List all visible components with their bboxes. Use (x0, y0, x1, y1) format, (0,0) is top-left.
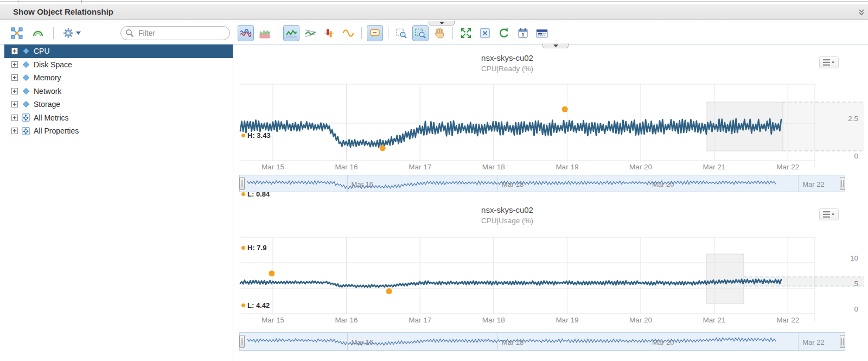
settings-gear-button[interactable] (61, 25, 82, 41)
remove-chart-button[interactable] (477, 25, 493, 41)
chart-navigator[interactable]: Mar 16Mar 18Mar 20Mar 22 (239, 332, 845, 351)
split-charts-button[interactable] (238, 25, 254, 41)
tree-item-label: Network (34, 87, 61, 96)
chevron-double-icon[interactable] (858, 8, 865, 18)
tree-item-storage[interactable]: Storage (4, 98, 233, 111)
dynamic-threshold-button[interactable] (340, 25, 356, 41)
tree-item-disk-space[interactable]: Disk Space (4, 58, 233, 72)
trend-line-button[interactable] (302, 25, 318, 41)
tree-item-label: Storage (34, 100, 60, 109)
navigator-handle-right[interactable] (840, 177, 845, 190)
svg-text:Mar 21: Mar 21 (703, 163, 726, 171)
svg-text:Mar 19: Mar 19 (556, 316, 578, 324)
data-line-button[interactable] (283, 25, 299, 41)
arc-overview-button[interactable] (30, 25, 46, 41)
filter-input[interactable] (137, 28, 238, 38)
collapse-handle-top[interactable] (429, 21, 455, 26)
svg-text:Mar 18: Mar 18 (482, 316, 505, 324)
search-icon (125, 29, 134, 37)
navigator-tick-label: Mar 18 (502, 180, 524, 188)
pan-icon (433, 27, 445, 39)
anomalies-button[interactable] (321, 25, 337, 41)
toolbar-separator (361, 27, 362, 39)
data-line-icon (285, 27, 297, 39)
expander-plus-icon[interactable] (11, 48, 18, 54)
relationship-tree: CPUDisk SpaceMemoryNetworkStorageAll Met… (0, 45, 233, 361)
navigator-handle-right[interactable] (840, 335, 845, 348)
zoom-view-button[interactable] (412, 25, 429, 41)
collapse-caret-icon (439, 22, 444, 24)
svg-text:Mar 20: Mar 20 (629, 163, 652, 171)
tree-item-cpu[interactable]: CPU (4, 45, 233, 58)
navigator-tick-label: Mar 22 (802, 180, 824, 188)
caret-down-icon (76, 31, 81, 35)
background-tab-edge (81, 0, 82, 3)
tree-item-network[interactable]: Network (4, 85, 233, 98)
navigator-tick-line (497, 333, 498, 350)
relationship-map-button[interactable] (9, 25, 25, 41)
navigator-tick-line (347, 333, 348, 350)
toolbar-separator (53, 27, 54, 39)
navigator-tick-line (347, 175, 348, 192)
navigator-series (240, 333, 846, 351)
svg-text:Mar 17: Mar 17 (409, 163, 431, 171)
svg-text:Mar 16: Mar 16 (335, 316, 358, 324)
stacked-chart-button[interactable] (257, 25, 273, 41)
remove-chart-icon (479, 27, 491, 39)
date-range-button[interactable] (534, 25, 550, 41)
svg-text:10: 10 (850, 254, 858, 262)
svg-text:Mar 21: Mar 21 (703, 316, 726, 324)
relationship-map-icon (10, 27, 23, 40)
diamond-icon (22, 60, 30, 68)
settings-gear-icon (62, 27, 74, 39)
toolbar-separator (452, 27, 453, 39)
tree-item-all-metrics[interactable]: All Metrics (4, 111, 233, 125)
refresh-button[interactable] (496, 25, 512, 41)
diamond-icon (22, 100, 30, 109)
toolbar-separator (278, 27, 278, 39)
navigator-handle-left[interactable] (239, 335, 245, 348)
tree-item-label: Memory (34, 73, 61, 82)
navigator-tick-label: Mar 22 (802, 338, 824, 346)
navigator-handle-left[interactable] (239, 177, 245, 190)
expander-plus-icon[interactable] (11, 115, 18, 121)
zoom-selection-icon (395, 27, 407, 39)
background-edge-line (0, 1, 868, 2)
expander-plus-icon[interactable] (11, 101, 18, 107)
svg-text:Mar 18: Mar 18 (482, 163, 505, 171)
svg-text:Mar 16: Mar 16 (335, 163, 358, 171)
chart-navigator[interactable]: Mar 16Mar 18Mar 20Mar 22 (239, 175, 845, 192)
tree-item-memory[interactable]: Memory (4, 71, 233, 85)
dialog-title: Show Object Relationship (13, 4, 113, 20)
fullscreen-button[interactable] (458, 25, 474, 41)
zoom-view-icon (414, 27, 426, 39)
navigator-tick-line (648, 175, 648, 192)
data-values-button[interactable] (367, 25, 383, 41)
navigator-tick-label: Mar 18 (502, 338, 524, 346)
chart-toolbar: 1 (233, 25, 550, 41)
trend-line-icon (304, 27, 316, 39)
tree-item-label: All Metrics (34, 113, 69, 122)
navigator-tick-line (497, 175, 498, 192)
toolbar-separator (388, 27, 388, 39)
svg-text:Mar 15: Mar 15 (261, 316, 284, 324)
date-single-button[interactable]: 1 (515, 25, 531, 41)
navigator-tick-label: Mar 16 (352, 180, 373, 188)
expander-plus-icon[interactable] (11, 128, 18, 134)
zoom-selection-button[interactable] (393, 25, 410, 41)
expander-plus-icon[interactable] (11, 61, 18, 68)
fullscreen-icon (460, 27, 472, 39)
svg-text:Mar 17: Mar 17 (409, 316, 431, 324)
pan-button[interactable] (431, 25, 448, 41)
chart-plot[interactable]: 2.50Mar 15Mar 16Mar 17Mar 18Mar 19Mar 20… (233, 45, 868, 194)
chart-panel-cpu-usage: nsx-skys-cu02 CPU|Usage (%) H: 7.9 L: 4.… (233, 197, 868, 359)
expander-plus-icon[interactable] (11, 74, 18, 81)
app-window: Show Object Relationship 1 CPUDisk Space… (0, 0, 868, 361)
filter-input-wrapper[interactable] (120, 26, 230, 40)
dialog-titlebar: Show Object Relationship (0, 4, 868, 20)
expander-plus-icon[interactable] (11, 88, 18, 94)
dynamic-threshold-icon (342, 27, 354, 39)
svg-text:0: 0 (854, 305, 858, 313)
tree-item-all-properties[interactable]: All Properties (4, 124, 233, 138)
svg-text:Mar 22: Mar 22 (776, 316, 799, 324)
